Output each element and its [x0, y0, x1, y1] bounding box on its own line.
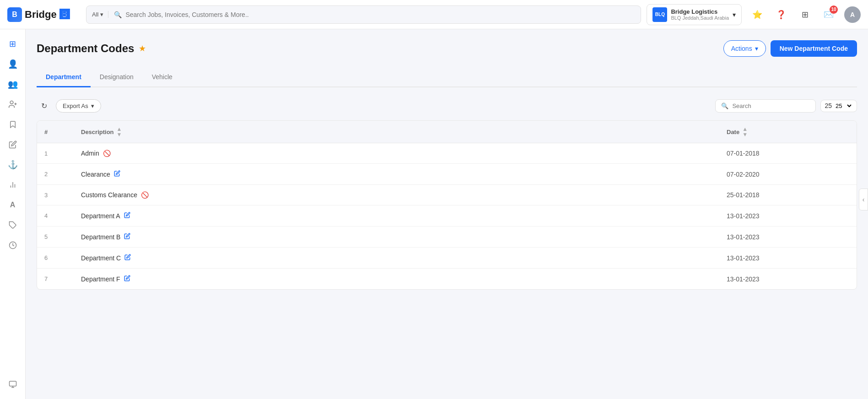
col-num: # — [37, 121, 74, 143]
search-input[interactable] — [125, 11, 635, 18]
per-page-value: 25 — [825, 102, 832, 109]
tab-department[interactable]: Department — [37, 68, 91, 87]
sidebar-item-tag[interactable] — [4, 216, 22, 234]
search-dropdown[interactable]: All ▾ — [92, 11, 108, 18]
sidebar: ⊞ 👤 👥 ⚓ A — [0, 29, 26, 399]
logo-icon: B — [7, 7, 22, 22]
row-date: 13-01-2023 — [719, 205, 857, 226]
table-body: 1Admin🚫07-01-20182Clearance07-02-20203Cu… — [37, 143, 857, 290]
row-description-text: Clearance — [81, 171, 110, 178]
table-row: 6Department C13-01-2023 — [37, 248, 857, 269]
row-num: 1 — [37, 143, 74, 164]
actions-label: Actions — [731, 45, 752, 52]
sidebar-item-edit[interactable] — [4, 135, 22, 154]
col-date-label: Date — [727, 129, 739, 135]
refresh-button[interactable]: ↻ — [37, 98, 51, 113]
row-description-text: Department B — [81, 233, 120, 241]
block-icon[interactable]: 🚫 — [141, 191, 149, 199]
date-sort-icon[interactable]: ▲▼ — [742, 126, 748, 137]
col-description[interactable]: Description ▲▼ — [74, 121, 719, 143]
sidebar-item-bookmark[interactable] — [4, 115, 22, 134]
row-date: 13-01-2023 — [719, 269, 857, 290]
per-page-select[interactable]: 25 50 100 — [834, 102, 853, 110]
svg-rect-8 — [9, 381, 16, 386]
new-department-code-button[interactable]: New Department Code — [771, 40, 857, 57]
sidebar-item-user[interactable]: 👤 — [4, 55, 22, 73]
table-row: 7Department F13-01-2023 — [37, 269, 857, 290]
row-description: Department F — [74, 269, 719, 290]
toolbar-right: 🔍 25 25 50 100 — [715, 99, 857, 113]
global-search-bar[interactable]: All ▾ 🔍 — [86, 5, 641, 24]
table: # Description ▲▼ Date ▲ — [37, 121, 857, 289]
block-icon[interactable]: 🚫 — [103, 150, 111, 157]
company-chevron-icon: ▾ — [733, 11, 736, 18]
table-search-box[interactable]: 🔍 — [715, 99, 816, 113]
edit-icon[interactable] — [124, 254, 131, 262]
table-row: 4Department A13-01-2023 — [37, 205, 857, 226]
company-selector[interactable]: BLQ Bridge Logistics BLQ Jeddah,Saudi Ar… — [647, 4, 742, 25]
mail-button[interactable]: ✉️ 10 — [820, 6, 837, 23]
sidebar-item-users[interactable]: 👥 — [4, 75, 22, 93]
sidebar-item-window[interactable] — [4, 375, 22, 394]
edit-icon[interactable] — [124, 275, 130, 283]
edit-icon[interactable] — [114, 170, 120, 178]
nav-actions: BLQ Bridge Logistics BLQ Jeddah,Saudi Ar… — [647, 4, 861, 25]
edit-icon[interactable] — [124, 233, 130, 241]
page-title: Department Codes — [37, 42, 134, 55]
per-page-selector[interactable]: 25 25 50 100 — [820, 100, 857, 112]
sidebar-item-anchor[interactable]: ⚓ — [4, 156, 22, 174]
department-table: # Description ▲▼ Date ▲ — [37, 120, 857, 290]
description-sort-icon[interactable]: ▲▼ — [117, 126, 122, 137]
row-num: 2 — [37, 164, 74, 185]
page-title-area: Department Codes ★ — [37, 42, 146, 55]
actions-button[interactable]: Actions ▾ — [723, 40, 766, 57]
row-description: Customs Clearance🚫 — [74, 185, 719, 205]
header-actions: Actions ▾ New Department Code — [723, 40, 857, 57]
row-description: Admin🚫 — [74, 143, 719, 164]
apps-button[interactable]: ⊞ — [797, 6, 813, 23]
toolbar: ↻ Export As ▾ 🔍 25 25 50 100 — [37, 98, 857, 113]
svg-point-0 — [10, 101, 13, 104]
table-search-icon: 🔍 — [721, 102, 728, 109]
toolbar-left: ↻ Export As ▾ — [37, 98, 101, 113]
col-date[interactable]: Date ▲▼ — [719, 121, 857, 143]
row-description: Department B — [74, 226, 719, 248]
table-search-input[interactable] — [732, 102, 810, 109]
row-num: 5 — [37, 226, 74, 248]
export-chevron-icon: ▾ — [91, 102, 94, 109]
company-name: Bridge Logistics — [671, 8, 729, 15]
sidebar-item-dashboard[interactable]: ⊞ — [4, 35, 22, 53]
table-row: 3Customs Clearance🚫25-01-2018 — [37, 185, 857, 205]
table-row: 2Clearance07-02-2020 — [37, 164, 857, 185]
logo-text: Bridge — [25, 9, 57, 21]
table-row: 5Department B13-01-2023 — [37, 226, 857, 248]
row-description-text: Admin — [81, 150, 99, 157]
export-button[interactable]: Export As ▾ — [56, 99, 101, 113]
sidebar-item-chart[interactable] — [4, 176, 22, 194]
favorite-star-icon[interactable]: ★ — [139, 43, 146, 54]
row-num: 3 — [37, 185, 74, 205]
favorite-button[interactable]: ⭐ — [749, 6, 766, 23]
row-date: 13-01-2023 — [719, 226, 857, 248]
sidebar-collapse-button[interactable]: ‹ — [859, 189, 868, 210]
row-date: 07-01-2018 — [719, 143, 857, 164]
sidebar-item-user-add[interactable] — [4, 95, 22, 113]
row-description: Department C — [74, 248, 719, 269]
help-button[interactable]: ❓ — [773, 6, 789, 23]
row-description-text: Department A — [81, 212, 120, 220]
export-label: Export As — [63, 102, 88, 109]
edit-icon[interactable] — [124, 212, 130, 220]
row-description-text: Department C — [81, 254, 121, 262]
sidebar-item-font[interactable]: A — [4, 196, 22, 214]
row-date: 07-02-2020 — [719, 164, 857, 185]
topnav: B Bridge 🅱 All ▾ 🔍 BLQ Bridge Logistics … — [0, 0, 868, 29]
row-num: 4 — [37, 205, 74, 226]
avatar[interactable]: A — [844, 6, 861, 23]
sidebar-item-clock[interactable] — [4, 236, 22, 254]
company-sub: BLQ Jeddah,Saudi Arabia — [671, 15, 729, 21]
search-dropdown-label: All — [92, 11, 98, 18]
row-date: 13-01-2023 — [719, 248, 857, 269]
tab-vehicle[interactable]: Vehicle — [143, 68, 182, 87]
main-content: Department Codes ★ Actions ▾ New Departm… — [26, 29, 868, 399]
tab-designation[interactable]: Designation — [91, 68, 143, 87]
